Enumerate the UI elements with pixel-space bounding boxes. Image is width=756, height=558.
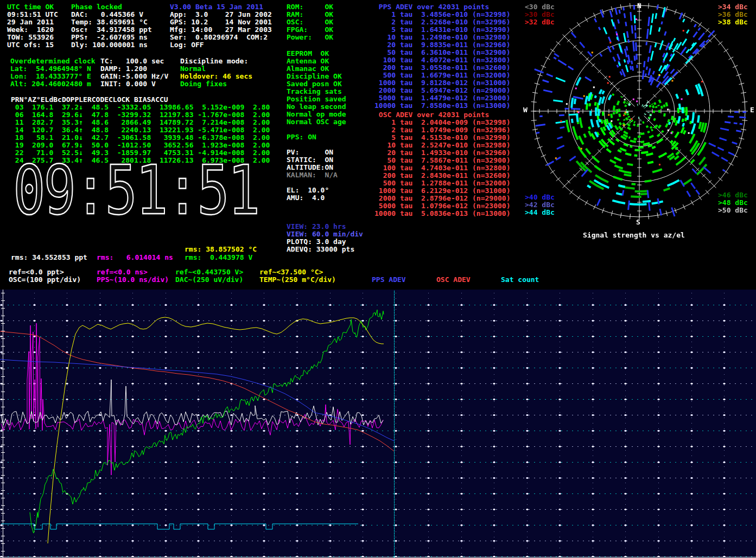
readout-line: Dly: 100.000001 ns [71,41,152,49]
compass-south-label: S [636,219,640,226]
rms-osc: rms: 34.552853 ppt [11,254,87,261]
table-row: 1000 tau 9.8128e-012 (n=31000) [374,79,510,87]
sat-table-header: PRN°AZ°ELdBcDOPPLERCODECLOCK BIASACCU [11,96,270,104]
utc-time-block: UTC time OK09:51:51 UTC29 Jan 2011Week: … [7,3,58,49]
status-line: Normal [180,65,252,73]
status-line: Position saved [287,95,346,103]
ref-temp-scale: ref~<37.500 °C>TEMP~(250 m°C/div) [259,268,336,284]
table-row: 5 tau 4.5153e-010 (n=32990) [374,134,510,142]
dbc-legend-bottom-left: >40 dBc>42 dBc>44 dBc [525,194,555,216]
readout-line: Osc↑ 34.917458 ppt [71,26,152,34]
readout-line: Lon: 18.4333777° E [10,73,96,80]
table-row: 10000 tau 5.0836e-013 (n=13000) [374,210,510,217]
readout-line: Log: OFF [170,41,272,49]
receiver-status-block: EEPROM OKAntenna OKAlmanac OKDiscipline … [287,50,346,126]
readout-line: PPS↑ -2.607695 ns [71,34,152,41]
legend-entry: >46 dBc [718,191,748,199]
column-header: ACCU [151,96,168,104]
readout-line: Ser: 0.80296974 COM:2 [170,34,272,41]
readout-line: Overdetermined clock [10,57,96,65]
status-line: Almanac OK [287,65,346,73]
status-line: Doing fixes [180,80,252,88]
readout-line: 09:51:51 UTC [7,11,58,18]
status-line: ROM: OK [287,3,333,11]
column-header: CLOCK BIAS [109,96,151,104]
table-row: 1858.121.0↓42.7-3061.583939.48-6.378e-00… [11,134,270,142]
legend-entry: >36 dBc [718,11,748,18]
table-row: 10000 tau 7.8580e-013 (n=13000) [374,102,510,110]
readout-line: rms: 34.552853 ppt [11,254,87,261]
compass-east-label: E [750,106,754,114]
el-amu-block: EL: 10.0°AMU: 4.0 [287,187,329,202]
table-row: 06164.829.6↓47.8-3299.3212197.83-1.767e-… [11,111,270,119]
status-line: Saved posn OK [287,80,346,88]
status-line: Normal op mode [287,111,346,118]
readout-line: UTC time OK [7,3,58,11]
readout-line: rms: 38.857502 °C [185,246,257,253]
readout-line: GAIN:-5.000 Hz/V [100,73,168,80]
dbc-legend-top-right: >34 dBc>36 dBc>38 dBc [718,3,748,26]
readout-line: OSC=(100 ppt/div) [9,276,81,284]
pps-adev-rows: 1 tau 3.4856e-010 (n=32998) 2 tau 2.5268… [374,11,510,110]
status-line: EEPROM OK [287,50,346,57]
legend-entry: >48 dBc [718,199,748,207]
table-row: 100 tau 4.6072e-011 (n=32800) [374,56,510,64]
strip-chart-canvas [0,290,756,558]
readout-line: 29 Jan 2011 [7,18,58,26]
table-row: 200 tau 3.0558e-011 (n=32600) [374,64,510,72]
readout-line: INIT: 0.000 V [100,80,168,88]
readout-line: Mfg: 14:00 27 Mar 2003 [170,26,272,34]
position-block: Overdetermined clockLat: 54.4964948° NLo… [10,57,96,88]
table-row: 2000 tau 2.8796e-012 (n=29000) [374,195,510,202]
table-row: 10 tau 1.2498e-010 (n=32980) [374,34,510,41]
table-row: 500 tau 1.6679e-011 (n=32000) [374,72,510,79]
readout-line: rms: 6.014014 ns [97,254,173,261]
table-row: 2 tau 1.0749e-009 (n=32996) [374,126,510,134]
table-row: 10 tau 2.5247e-010 (n=32980) [374,142,510,149]
readout-line: PLOTQ: 3.0 day [287,238,363,246]
readout-line: TC: 100.0 sec [100,57,168,65]
legend-entry: >44 dBc [525,209,555,216]
column-header: dBc [49,96,61,104]
osc-adev-rows: 1 tau 2.0404e-009 (n=32998) 2 tau 1.0749… [374,119,510,217]
table-row: 5000 tau 1.0796e-012 (n=23000) [374,202,510,210]
readout-line: VIEW: 60.0 min/div [287,230,363,238]
status-line: Tracking sats [287,88,346,95]
readout-line: UTC ofs: 15 [7,41,58,49]
osc-adev-table: OSC ADEV over 42031 points 1 tau 2.0404e… [374,111,510,217]
polar-plot-title: Signal strength vs az/el [583,232,685,239]
discipline-mode-block: Discipline mode:NormalHoldover: 46 secsD… [180,57,252,88]
mode-flags-block: PV: ONSTATIC: ONALTITUDE:ONKALMAN: N/A [287,149,338,179]
view-settings-block: VIEW: 23.0 hrsVIEW: 60.0 min/divPLOTQ: 3… [287,223,363,253]
osc-adev-title: OSC ADEV over 42031 points [374,111,510,119]
readout-line: Alt: 204.46002480 m [10,80,96,88]
readout-line: rms: 0.443978 V [185,254,252,261]
lady-heather-gpsdo-monitor: UTC time OK09:51:51 UTC29 Jan 2011Week: … [0,0,756,558]
status-line: Normal OSC age [287,118,346,126]
status-line: ALTITUDE:ON [287,164,338,171]
column-header: DOPPLER [62,96,92,104]
legend-entry: <30 dBc [525,3,555,11]
ref-osc-scale: ref=<0.0 ppt>OSC=(100 ppt/div) [9,268,81,284]
status-line: STATIC: ON [287,156,338,164]
rms-pps: rms: 6.014014 ns [97,254,173,261]
table-row: 03176.137.2↓48.5-3332.0513986.655.152e-0… [11,104,270,111]
readout-line: TOW: 553926 [7,34,58,41]
table-row: 5 tau 1.6431e-010 (n=32990) [374,26,510,34]
table-row: 2 tau 2.5268e-010 (n=32996) [374,18,510,26]
loop-params-block: TC: 100.0 secDAMP: 1.200GAIN:-5.000 Hz/V… [100,57,168,88]
column-header: °AZ [23,96,36,104]
table-row: 5000 tau 1.4479e-012 (n=23000) [374,94,510,102]
pps-adev-key: PPS ADEV [372,276,406,284]
legend-entry: >42 dBc [525,201,555,209]
pps-adev-table: PPS ADEV over 42031 points 1 tau 3.4856e… [374,3,510,110]
status-line: OSC: OK [287,18,333,26]
column-header: CODE [92,96,109,104]
osc-adev-key: OSC ADEV [436,276,471,284]
table-row: 100 tau 4.7403e-011 (n=32800) [374,164,510,172]
dbc-legend-top-left: <30 dBc>30 dBc>32 dBc [525,3,555,26]
readout-line: AMU: 4.0 [287,194,329,202]
table-row: 11282.735.3↑48.62866.4914789.727.214e-00… [11,119,270,126]
readout-line: Phase locked [71,3,152,11]
table-row: 50 tau 6.3610e-011 (n=32900) [374,49,510,56]
